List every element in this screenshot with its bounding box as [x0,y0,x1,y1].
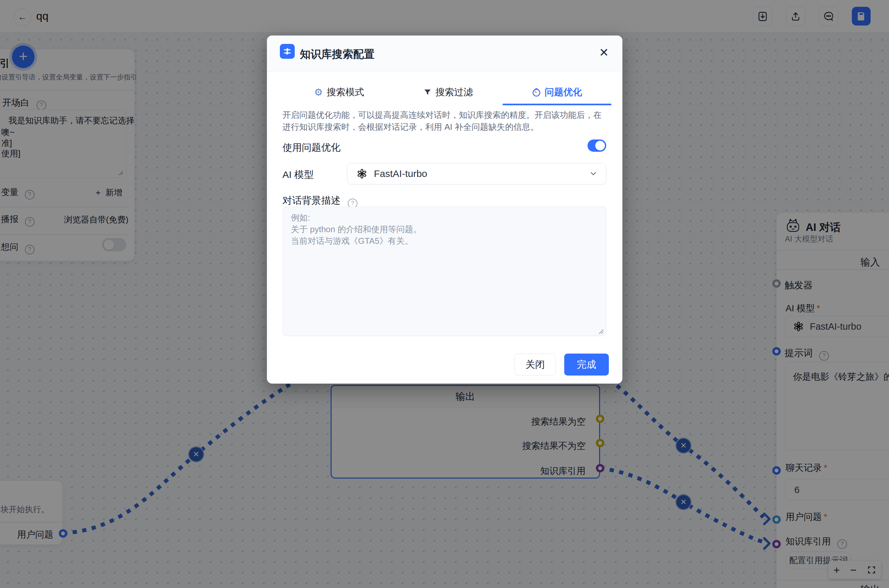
close-icon[interactable]: ✕ [599,46,609,59]
done-button-label: 完成 [577,358,596,371]
clock-icon [532,88,541,97]
openai-icon [357,168,367,179]
tab-label: 搜索过滤 [436,86,473,99]
placeholder-line: 关于 python 的介绍和使用等问题。 [291,224,422,235]
close-button-label: 关闭 [525,358,545,371]
done-button[interactable]: 完成 [564,354,609,375]
modal-title: 知识库搜索配置 [300,47,375,62]
tab-search-mode[interactable]: ⚙ 搜索模式 [285,81,394,104]
tab-search-filter[interactable]: 搜索过滤 [394,81,502,104]
chevron-down-icon [589,170,597,178]
tab-question-optimize[interactable]: 问题优化 [502,81,611,104]
modal-header: 知识库搜索配置 ✕ [267,36,623,72]
resize-handle-icon[interactable] [597,327,604,334]
modal-tabs: ⚙ 搜索模式 搜索过滤 问题优化 [285,81,611,104]
context-label-text: 对话背景描述 [283,195,341,206]
tab-label: 搜索模式 [327,86,364,99]
context-textarea[interactable]: 例如: 关于 python 的介绍和使用等问题。 当前对话与游戏《GTA5》有关… [283,207,606,336]
active-tab-underline [502,104,611,105]
placeholder-line: 例如: [291,212,310,224]
sliders-icon [280,44,295,59]
feature-description: 开启问题优化功能，可以提高提高连续对话时，知识库搜索的精度。开启该功能后，在进行… [283,109,607,133]
placeholder-line: 当前对话与游戏《GTA5》有关。 [291,236,413,247]
filter-icon [423,88,432,96]
context-label: 对话背景描述 ? [283,194,357,208]
close-button[interactable]: 关闭 [514,354,556,375]
ai-model-value: FastAI-turbo [374,168,427,179]
workflow-editor: ✕ ✕ ✕ ← qq 用户 [0,0,889,588]
tab-label: 问题优化 [545,86,582,99]
kb-search-config-modal: 知识库搜索配置 ✕ ⚙ 搜索模式 搜索过滤 问题优化 [267,36,623,384]
ai-model-select[interactable]: FastAI-turbo [347,163,606,184]
ai-model-label: AI 模型 [283,168,314,182]
gear-icon: ⚙ [314,87,323,97]
use-optimize-label: 使用问题优化 [283,141,341,154]
use-optimize-toggle-on[interactable] [588,140,606,152]
